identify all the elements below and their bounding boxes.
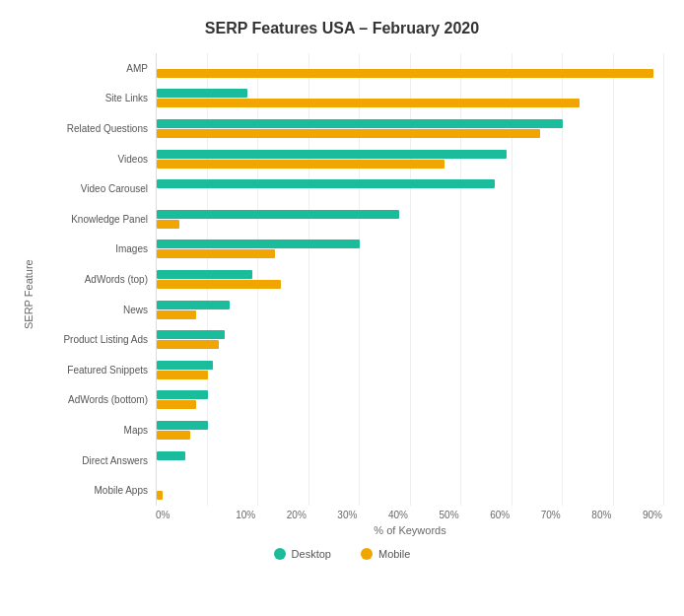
bar-row xyxy=(157,324,664,355)
mobile-bar xyxy=(157,69,653,78)
bars-rows xyxy=(157,53,664,506)
mobile-bar xyxy=(157,280,281,289)
desktop-bar-wrapper xyxy=(157,240,664,248)
bar-row xyxy=(157,204,664,235)
category-label: Direct Answers xyxy=(37,445,156,476)
mobile-bar-wrapper xyxy=(157,129,664,138)
category-label: Videos xyxy=(37,144,156,174)
mobile-bar xyxy=(157,160,445,169)
desktop-bar xyxy=(157,301,230,309)
desktop-bar-wrapper xyxy=(157,210,664,219)
desktop-bar xyxy=(157,210,399,219)
mobile-bar-wrapper xyxy=(157,431,664,440)
mobile-bar-wrapper xyxy=(157,69,664,78)
x-tick: 40% xyxy=(359,510,410,520)
mobile-bar-wrapper xyxy=(157,280,664,289)
mobile-bar-wrapper xyxy=(157,371,664,379)
bar-row xyxy=(157,235,664,265)
y-axis-label: SERP Feature xyxy=(20,53,37,536)
x-tick: 30% xyxy=(308,510,360,520)
bar-row xyxy=(157,385,664,416)
category-label: News xyxy=(37,295,156,325)
desktop-bar xyxy=(157,361,213,370)
desktop-bar-wrapper xyxy=(157,59,664,68)
bar-row xyxy=(157,84,664,114)
desktop-bar xyxy=(157,451,185,460)
chart-legend: Desktop Mobile xyxy=(20,548,664,560)
x-axis-label: % of Keywords xyxy=(156,524,664,536)
category-label: Product Listing Ads xyxy=(37,324,156,355)
desktop-bar xyxy=(157,330,225,339)
bar-row xyxy=(157,415,664,445)
mobile-bar xyxy=(157,220,179,229)
category-label: AMP xyxy=(37,53,156,84)
desktop-bar xyxy=(157,150,507,159)
category-label: Images xyxy=(37,235,156,265)
chart-container: SERP Features USA – February 2020 SERP F… xyxy=(0,0,684,616)
desktop-bar-wrapper xyxy=(157,301,664,309)
category-label: Related Questions xyxy=(37,113,156,144)
mobile-bar-wrapper xyxy=(157,249,664,258)
x-tick: 20% xyxy=(257,510,308,520)
mobile-bar xyxy=(157,129,540,138)
bar-row xyxy=(157,475,664,506)
bar-row xyxy=(157,173,664,204)
desktop-bar-wrapper xyxy=(157,421,664,430)
x-tick: 50% xyxy=(410,510,461,520)
bar-row xyxy=(157,445,664,476)
desktop-bar-wrapper xyxy=(157,390,664,399)
category-label: Maps xyxy=(37,415,156,445)
desktop-bar-wrapper xyxy=(157,89,664,98)
chart-title: SERP Features USA – February 2020 xyxy=(20,20,664,37)
mobile-bar-wrapper xyxy=(157,189,664,198)
bar-row xyxy=(157,264,664,295)
desktop-bar-wrapper xyxy=(157,361,664,370)
category-label: Mobile Apps xyxy=(37,475,156,506)
mobile-bar xyxy=(157,431,190,440)
mobile-bar xyxy=(157,371,208,379)
legend-mobile: Mobile xyxy=(361,548,410,560)
desktop-label: Desktop xyxy=(292,548,331,560)
desktop-bar xyxy=(157,89,247,98)
desktop-bar xyxy=(157,240,360,248)
desktop-bar xyxy=(157,179,495,188)
bars-section: AMPSite LinksRelated QuestionsVideosVide… xyxy=(37,53,664,506)
category-label: Knowledge Panel xyxy=(37,204,156,235)
x-axis: 0%10%20%30%40%50%60%70%80%90% xyxy=(156,506,664,520)
mobile-bar xyxy=(157,491,163,500)
x-tick: 0% xyxy=(156,510,207,520)
category-labels: AMPSite LinksRelated QuestionsVideosVide… xyxy=(37,53,156,506)
mobile-bar-wrapper xyxy=(157,461,664,470)
chart-area: SERP Feature AMPSite LinksRelated Questi… xyxy=(20,53,664,536)
bar-row xyxy=(157,53,664,84)
bar-row xyxy=(157,113,664,144)
desktop-dot xyxy=(274,548,286,560)
category-label: Featured Snippets xyxy=(37,355,156,385)
mobile-bar-wrapper xyxy=(157,340,664,349)
desktop-bar xyxy=(157,421,208,430)
x-tick: 10% xyxy=(207,510,258,520)
desktop-bar-wrapper xyxy=(157,330,664,339)
desktop-bar xyxy=(157,119,563,128)
mobile-dot xyxy=(361,548,373,560)
mobile-bar xyxy=(157,99,580,107)
x-tick: 60% xyxy=(461,510,513,520)
mobile-label: Mobile xyxy=(378,548,410,560)
mobile-bar xyxy=(157,310,196,319)
category-label: AdWords (top) xyxy=(37,264,156,295)
desktop-bar-wrapper xyxy=(157,451,664,460)
mobile-bar-wrapper xyxy=(157,400,664,409)
mobile-bar-wrapper xyxy=(157,160,664,169)
mobile-bar xyxy=(157,400,196,409)
bar-row xyxy=(157,295,664,325)
bar-row xyxy=(157,144,664,174)
desktop-bar-wrapper xyxy=(157,481,664,490)
desktop-bar-wrapper xyxy=(157,270,664,279)
bars-and-grid xyxy=(156,53,664,506)
mobile-bar-wrapper xyxy=(157,310,664,319)
desktop-bar-wrapper xyxy=(157,179,664,188)
mobile-bar xyxy=(157,340,219,349)
mobile-bar-wrapper xyxy=(157,220,664,229)
legend-desktop: Desktop xyxy=(274,548,331,560)
x-tick: 90% xyxy=(613,510,664,520)
